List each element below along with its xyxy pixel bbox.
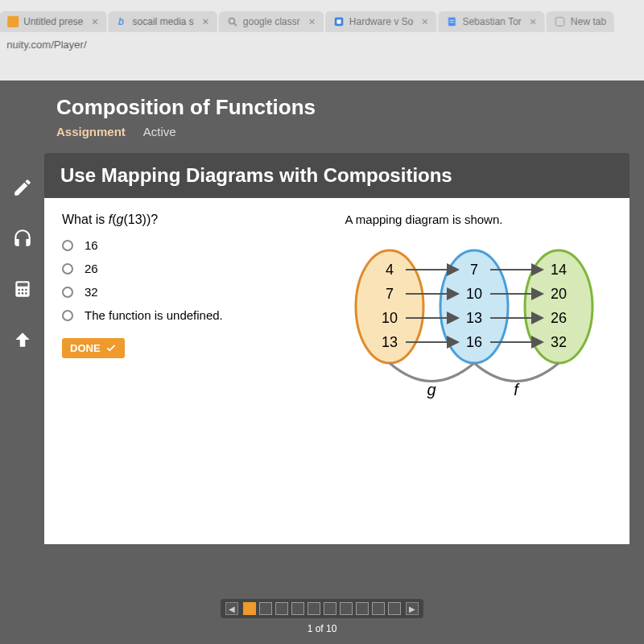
question-prompt: What is f(g(13))? xyxy=(62,213,320,227)
tab-item[interactable]: Sebastian Tor ✕ xyxy=(438,11,545,32)
svg-rect-0 xyxy=(7,16,19,27)
nav-page-box[interactable] xyxy=(356,602,369,615)
left-toolbar xyxy=(0,177,44,356)
nav-page-box[interactable] xyxy=(291,602,304,615)
browser-tabs: Untitled prese ✕ b socail media s ✕ goog… xyxy=(0,0,644,32)
svg-text:4: 4 xyxy=(385,262,393,278)
b-icon: b xyxy=(116,16,127,27)
assignment-label: Assignment xyxy=(56,125,126,138)
svg-text:f: f xyxy=(514,381,520,398)
status-label: Active xyxy=(143,125,176,138)
tab-label: google classr xyxy=(243,16,300,27)
url-text: nuity.com/Player/ xyxy=(6,38,87,50)
close-icon[interactable]: ✕ xyxy=(308,16,316,27)
svg-text:16: 16 xyxy=(465,334,481,350)
svg-text:7: 7 xyxy=(469,262,477,278)
nav-page-box[interactable] xyxy=(243,602,256,615)
content-card: What is f(g(13))? 16 26 32 The function … xyxy=(44,198,630,544)
slides-icon xyxy=(7,16,19,27)
tab-label: socail media s xyxy=(132,16,193,27)
svg-point-17 xyxy=(25,292,27,295)
svg-rect-9 xyxy=(556,18,565,26)
option-label: The function is undefined. xyxy=(85,308,223,322)
calculator-icon[interactable] xyxy=(12,279,33,305)
close-icon[interactable]: ✕ xyxy=(421,16,428,27)
nav-next-button[interactable]: ▶ xyxy=(406,602,419,615)
url-bar[interactable]: nuity.com/Player/ xyxy=(0,32,644,56)
up-arrow-icon[interactable] xyxy=(12,329,33,356)
radio-icon[interactable] xyxy=(62,310,73,321)
docs-icon xyxy=(446,16,457,27)
close-icon[interactable]: ✕ xyxy=(530,16,537,27)
option-label: 16 xyxy=(85,238,98,252)
nav-page-box[interactable] xyxy=(259,602,272,615)
tab-label: Hardware v So xyxy=(349,16,414,27)
page-navigator: ◀ ▶ 1 of 10 xyxy=(221,599,423,634)
nav-page-box[interactable] xyxy=(275,602,288,615)
check-icon xyxy=(105,343,117,354)
headphones-icon[interactable] xyxy=(12,228,33,254)
svg-text:10: 10 xyxy=(465,286,481,302)
radio-icon[interactable] xyxy=(62,287,73,298)
close-icon[interactable]: ✕ xyxy=(202,16,209,27)
nav-page-box[interactable] xyxy=(308,602,320,615)
tab-label: Untitled prese xyxy=(23,16,84,27)
radio-icon[interactable] xyxy=(62,263,73,275)
svg-text:b: b xyxy=(118,16,124,27)
svg-text:13: 13 xyxy=(465,310,481,326)
page-counter: 1 of 10 xyxy=(308,623,337,634)
svg-point-14 xyxy=(25,289,27,291)
svg-rect-11 xyxy=(17,283,27,286)
tab-item[interactable]: Hardware v So ✕ xyxy=(325,11,437,32)
search-icon xyxy=(227,16,238,27)
svg-point-16 xyxy=(21,292,23,295)
svg-rect-6 xyxy=(448,18,456,26)
svg-text:10: 10 xyxy=(381,310,397,326)
option-label: 26 xyxy=(85,262,98,275)
done-label: DONE xyxy=(70,342,101,354)
tab-item[interactable]: Untitled prese ✕ xyxy=(0,11,107,32)
nav-page-box[interactable] xyxy=(372,602,385,615)
svg-text:13: 13 xyxy=(381,334,397,350)
svg-text:26: 26 xyxy=(550,310,566,326)
svg-text:32: 32 xyxy=(550,334,566,350)
mapping-diagram: 4 7 10 13 7 10 13 16 14 20 26 32 xyxy=(345,234,603,419)
svg-point-12 xyxy=(18,289,20,291)
tab-label: New tab xyxy=(571,16,606,27)
svg-text:7: 7 xyxy=(385,286,393,302)
diagram-caption: A mapping diagram is shown. xyxy=(345,213,622,226)
option-label: 32 xyxy=(85,285,98,299)
radio-icon[interactable] xyxy=(62,240,73,251)
svg-line-3 xyxy=(234,23,237,26)
svg-text:14: 14 xyxy=(550,262,566,278)
answer-option[interactable]: 32 xyxy=(62,285,320,299)
svg-point-13 xyxy=(21,289,23,291)
answer-option[interactable]: 16 xyxy=(62,238,320,252)
nav-page-box[interactable] xyxy=(340,602,353,615)
svg-point-15 xyxy=(18,292,20,295)
tab-item[interactable]: b socail media s ✕ xyxy=(108,11,217,32)
tab-label: Sebastian Tor xyxy=(462,16,522,27)
close-icon[interactable]: ✕ xyxy=(91,16,98,27)
nav-page-box[interactable] xyxy=(324,602,336,615)
pencil-icon[interactable] xyxy=(12,177,33,204)
svg-point-2 xyxy=(229,19,234,24)
page-title: Composition of Functions xyxy=(56,95,630,120)
section-title: Use Mapping Diagrams with Compositions xyxy=(44,153,630,198)
tab-item[interactable]: google classr ✕ xyxy=(219,11,324,32)
nav-page-box[interactable] xyxy=(388,602,401,615)
newtab-icon xyxy=(555,16,566,27)
answer-option[interactable]: 26 xyxy=(62,262,320,275)
nav-prev-button[interactable]: ◀ xyxy=(225,602,238,615)
answer-option[interactable]: The function is undefined. xyxy=(62,308,320,322)
tab-item[interactable]: New tab xyxy=(547,11,615,32)
done-button[interactable]: DONE xyxy=(62,338,125,358)
doc-icon xyxy=(333,16,345,27)
svg-rect-5 xyxy=(336,19,341,23)
svg-text:20: 20 xyxy=(550,286,566,302)
svg-text:g: g xyxy=(427,381,436,398)
